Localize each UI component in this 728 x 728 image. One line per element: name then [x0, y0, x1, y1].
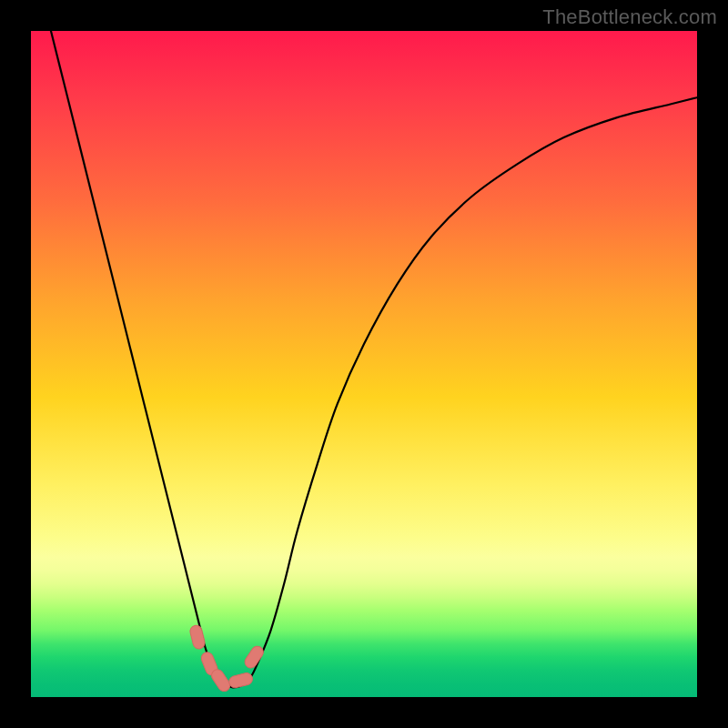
- watermark-text: TheBottleneck.com: [542, 5, 717, 29]
- curve-svg: [31, 31, 697, 697]
- chart-frame: TheBottleneck.com: [0, 0, 728, 728]
- curve-marker: [228, 672, 253, 689]
- plot-area: [31, 31, 697, 697]
- curve-marker: [189, 624, 207, 650]
- bottleneck-curve: [51, 31, 697, 687]
- curve-marker: [243, 644, 266, 671]
- curve-markers: [189, 624, 266, 693]
